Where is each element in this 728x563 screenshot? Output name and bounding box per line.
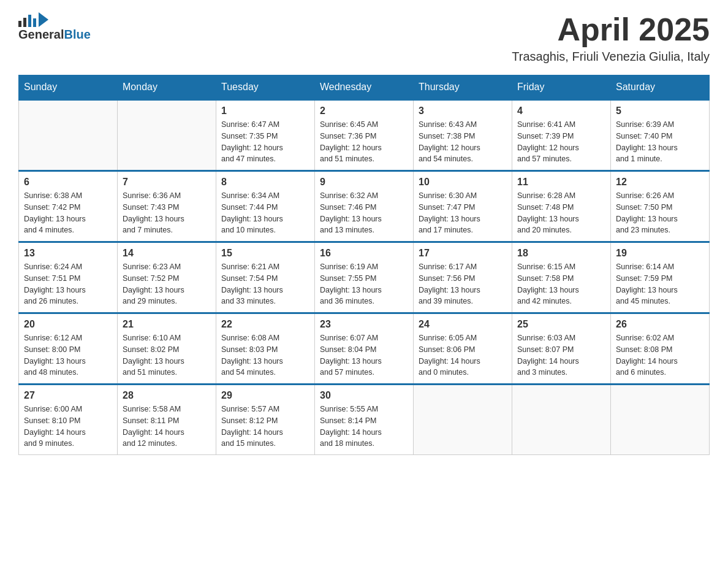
calendar-cell: 17Sunrise: 6:17 AMSunset: 7:56 PMDayligh… [414, 242, 512, 313]
day-info: Sunrise: 6:15 AMSunset: 7:58 PMDaylight:… [517, 261, 605, 307]
day-info: Sunrise: 6:14 AMSunset: 7:59 PMDaylight:… [616, 261, 704, 307]
logo-blue-text: Blue [64, 28, 90, 42]
calendar-cell: 1Sunrise: 6:47 AMSunset: 7:35 PMDaylight… [216, 100, 315, 171]
day-number: 27 [24, 390, 112, 401]
day-number: 29 [221, 390, 309, 401]
day-number: 30 [320, 390, 408, 401]
day-number: 2 [320, 105, 408, 117]
day-info: Sunrise: 6:26 AMSunset: 7:50 PMDaylight:… [616, 190, 704, 236]
col-header-saturday: Saturday [611, 75, 710, 100]
calendar-cell: 14Sunrise: 6:23 AMSunset: 7:52 PMDayligh… [118, 242, 216, 313]
day-number: 14 [123, 248, 211, 259]
day-info: Sunrise: 6:03 AMSunset: 8:07 PMDaylight:… [517, 332, 605, 378]
logo-triangle-icon [39, 12, 48, 27]
day-number: 10 [419, 177, 507, 188]
calendar-cell: 26Sunrise: 6:02 AMSunset: 8:08 PMDayligh… [611, 313, 710, 385]
day-info: Sunrise: 5:57 AMSunset: 8:12 PMDaylight:… [221, 404, 309, 450]
day-info: Sunrise: 6:39 AMSunset: 7:40 PMDaylight:… [616, 119, 704, 165]
calendar-cell: 12Sunrise: 6:26 AMSunset: 7:50 PMDayligh… [611, 171, 710, 242]
calendar-week-1: 1Sunrise: 6:47 AMSunset: 7:35 PMDaylight… [19, 100, 710, 171]
day-number: 18 [517, 248, 605, 259]
day-info: Sunrise: 6:17 AMSunset: 7:56 PMDaylight:… [419, 261, 507, 307]
day-info: Sunrise: 6:28 AMSunset: 7:48 PMDaylight:… [517, 190, 605, 236]
calendar-cell: 10Sunrise: 6:30 AMSunset: 7:47 PMDayligh… [414, 171, 512, 242]
col-header-sunday: Sunday [19, 75, 118, 100]
calendar-cell: 19Sunrise: 6:14 AMSunset: 7:59 PMDayligh… [611, 242, 710, 313]
day-info: Sunrise: 6:23 AMSunset: 7:52 PMDaylight:… [123, 261, 211, 307]
day-number: 24 [419, 319, 507, 330]
day-info: Sunrise: 6:12 AMSunset: 8:00 PMDaylight:… [24, 332, 112, 378]
day-info: Sunrise: 6:10 AMSunset: 8:02 PMDaylight:… [123, 332, 211, 378]
day-number: 6 [24, 177, 112, 188]
col-header-thursday: Thursday [414, 75, 512, 100]
day-number: 25 [517, 319, 605, 330]
page-header: GeneralBlue April 2025 Trasaghis, Friuli… [18, 12, 710, 64]
day-info: Sunrise: 6:07 AMSunset: 8:04 PMDaylight:… [320, 332, 408, 378]
month-title: April 2025 [512, 12, 710, 47]
day-info: Sunrise: 6:08 AMSunset: 8:03 PMDaylight:… [221, 332, 309, 378]
calendar-cell: 6Sunrise: 6:38 AMSunset: 7:42 PMDaylight… [19, 171, 118, 242]
calendar-cell: 9Sunrise: 6:32 AMSunset: 7:46 PMDaylight… [315, 171, 414, 242]
day-number: 28 [123, 390, 211, 401]
calendar-table: SundayMondayTuesdayWednesdayThursdayFrid… [18, 75, 710, 455]
day-info: Sunrise: 6:43 AMSunset: 7:38 PMDaylight:… [419, 119, 507, 165]
day-info: Sunrise: 6:21 AMSunset: 7:54 PMDaylight:… [221, 261, 309, 307]
day-number: 12 [616, 177, 704, 188]
calendar-cell: 15Sunrise: 6:21 AMSunset: 7:54 PMDayligh… [216, 242, 315, 313]
logo-bars [18, 15, 36, 27]
day-number: 8 [221, 177, 309, 188]
day-info: Sunrise: 6:02 AMSunset: 8:08 PMDaylight:… [616, 332, 704, 378]
day-info: Sunrise: 6:45 AMSunset: 7:36 PMDaylight:… [320, 119, 408, 165]
day-info: Sunrise: 5:55 AMSunset: 8:14 PMDaylight:… [320, 404, 408, 450]
title-area: April 2025 Trasaghis, Friuli Venezia Giu… [512, 12, 710, 64]
calendar-cell: 28Sunrise: 5:58 AMSunset: 8:11 PMDayligh… [118, 385, 216, 455]
day-number: 21 [123, 319, 211, 330]
day-info: Sunrise: 6:19 AMSunset: 7:55 PMDaylight:… [320, 261, 408, 307]
calendar-cell: 16Sunrise: 6:19 AMSunset: 7:55 PMDayligh… [315, 242, 414, 313]
day-info: Sunrise: 6:32 AMSunset: 7:46 PMDaylight:… [320, 190, 408, 236]
calendar-cell: 25Sunrise: 6:03 AMSunset: 8:07 PMDayligh… [512, 313, 611, 385]
day-info: Sunrise: 6:36 AMSunset: 7:43 PMDaylight:… [123, 190, 211, 236]
calendar-cell: 27Sunrise: 6:00 AMSunset: 8:10 PMDayligh… [19, 385, 118, 455]
col-header-friday: Friday [512, 75, 611, 100]
day-number: 13 [24, 248, 112, 259]
calendar-cell: 13Sunrise: 6:24 AMSunset: 7:51 PMDayligh… [19, 242, 118, 313]
day-number: 3 [419, 105, 507, 117]
calendar-cell: 18Sunrise: 6:15 AMSunset: 7:58 PMDayligh… [512, 242, 611, 313]
day-number: 9 [320, 177, 408, 188]
day-number: 26 [616, 319, 704, 330]
day-number: 16 [320, 248, 408, 259]
calendar-cell [611, 385, 710, 455]
day-number: 4 [517, 105, 605, 117]
day-number: 15 [221, 248, 309, 259]
logo-general-text: General [18, 28, 64, 42]
calendar-cell: 11Sunrise: 6:28 AMSunset: 7:48 PMDayligh… [512, 171, 611, 242]
day-info: Sunrise: 6:30 AMSunset: 7:47 PMDaylight:… [419, 190, 507, 236]
day-info: Sunrise: 6:05 AMSunset: 8:06 PMDaylight:… [419, 332, 507, 378]
day-info: Sunrise: 6:41 AMSunset: 7:39 PMDaylight:… [517, 119, 605, 165]
day-number: 23 [320, 319, 408, 330]
calendar-cell: 7Sunrise: 6:36 AMSunset: 7:43 PMDaylight… [118, 171, 216, 242]
calendar-cell [414, 385, 512, 455]
day-number: 19 [616, 248, 704, 259]
day-number: 20 [24, 319, 112, 330]
day-number: 5 [616, 105, 704, 117]
calendar-week-4: 20Sunrise: 6:12 AMSunset: 8:00 PMDayligh… [19, 313, 710, 385]
calendar-cell: 8Sunrise: 6:34 AMSunset: 7:44 PMDaylight… [216, 171, 315, 242]
calendar-body: 1Sunrise: 6:47 AMSunset: 7:35 PMDaylight… [19, 100, 710, 455]
day-number: 1 [221, 105, 309, 117]
col-header-tuesday: Tuesday [216, 75, 315, 100]
calendar-cell [118, 100, 216, 171]
calendar-cell [512, 385, 611, 455]
day-number: 11 [517, 177, 605, 188]
calendar-cell: 21Sunrise: 6:10 AMSunset: 8:02 PMDayligh… [118, 313, 216, 385]
calendar-cell: 2Sunrise: 6:45 AMSunset: 7:36 PMDaylight… [315, 100, 414, 171]
day-number: 17 [419, 248, 507, 259]
logo: GeneralBlue [18, 12, 91, 42]
calendar-cell: 29Sunrise: 5:57 AMSunset: 8:12 PMDayligh… [216, 385, 315, 455]
calendar-cell: 4Sunrise: 6:41 AMSunset: 7:39 PMDaylight… [512, 100, 611, 171]
calendar-header: SundayMondayTuesdayWednesdayThursdayFrid… [19, 75, 710, 100]
day-info: Sunrise: 5:58 AMSunset: 8:11 PMDaylight:… [123, 404, 211, 450]
day-info: Sunrise: 6:34 AMSunset: 7:44 PMDaylight:… [221, 190, 309, 236]
location-subtitle: Trasaghis, Friuli Venezia Giulia, Italy [512, 50, 710, 64]
